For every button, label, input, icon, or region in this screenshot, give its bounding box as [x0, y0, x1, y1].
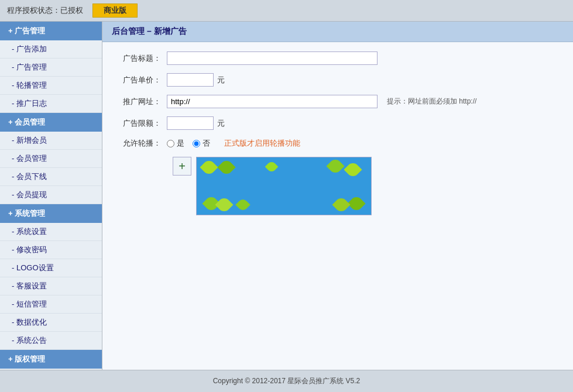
footer: Copyright © 2012-2017 星际会员推广系统 V5.2 — [0, 370, 573, 392]
top-bar: 程序授权状态：已授权 商业版 — [0, 0, 573, 22]
sidebar-item-system-settings[interactable]: - 系统设置 — [0, 223, 102, 241]
footer-text: Copyright © 2012-2017 星际会员推广系统 V5.2 — [213, 377, 361, 385]
sidebar-item-member-withdraw[interactable]: - 会员提现 — [0, 186, 102, 204]
sidebar-item-add-member[interactable]: - 新增会员 — [0, 132, 102, 150]
sidebar-item-member-manage[interactable]: - 会员管理 — [0, 150, 102, 168]
form-area: 广告标题： 广告单价： 元 推广网址： 提示：网址前面必须加 http:// 广… — [102, 42, 573, 225]
sidebar-group-system[interactable]: + 系统管理 — [0, 204, 102, 223]
carousel-radio-yes[interactable]: 是 — [167, 138, 184, 149]
sidebar-item-system-notice[interactable]: - 系统公告 — [0, 332, 102, 350]
ad-limit-input[interactable] — [167, 116, 214, 130]
ad-url-label: 推广网址： — [114, 97, 167, 107]
upload-plus-icon: + — [179, 160, 186, 173]
license-badge: 商业版 — [92, 4, 138, 18]
sidebar-group-copyright[interactable]: + 版权管理 — [0, 350, 102, 369]
sidebar-group-ad[interactable]: + 广告管理 — [0, 22, 102, 40]
upload-area: + — [173, 157, 561, 215]
ad-limit-label: 广告限额： — [114, 118, 167, 129]
image-preview — [196, 157, 372, 215]
carousel-radio-yes-input[interactable] — [167, 140, 174, 147]
form-row-ad-limit: 广告限额： 元 — [114, 116, 561, 130]
page-title: 后台管理 – 新增广告 — [112, 26, 187, 36]
carousel-radio-no[interactable]: 否 — [193, 138, 210, 149]
content-area: 后台管理 – 新增广告 广告标题： 广告单价： 元 推广网址： 提示：网址前面必… — [102, 22, 573, 372]
carousel-no-label: 否 — [203, 138, 210, 149]
ad-price-label: 广告单价： — [114, 75, 167, 85]
form-row-ad-url: 推广网址： 提示：网址前面必须加 http:// — [114, 95, 561, 108]
ad-price-input[interactable] — [167, 73, 214, 87]
ad-limit-unit: 元 — [217, 118, 225, 129]
sidebar-item-logo-settings[interactable]: - LOGO设置 — [0, 259, 102, 277]
ad-title-input[interactable] — [167, 51, 378, 65]
sidebar-item-carousel[interactable]: - 轮播管理 — [0, 77, 102, 95]
sidebar: + 广告管理 - 广告添加 - 广告管理 - 轮播管理 - 推广日志 + 会员管… — [0, 22, 102, 372]
ad-url-input[interactable] — [167, 95, 378, 108]
sidebar-item-promo-log[interactable]: - 推广日志 — [0, 95, 102, 113]
sidebar-item-change-password[interactable]: - 修改密码 — [0, 241, 102, 259]
sidebar-item-member-downline[interactable]: - 会员下线 — [0, 168, 102, 186]
form-row-carousel: 允许轮播： 是 否 正式版才启用轮播功能 — [114, 138, 561, 149]
upload-button[interactable]: + — [173, 157, 191, 176]
form-row-ad-price: 广告单价： 元 — [114, 73, 561, 87]
carousel-radio-no-input[interactable] — [193, 140, 200, 147]
ad-carousel-label: 允许轮播： — [114, 138, 167, 149]
ad-price-unit: 元 — [217, 75, 225, 85]
main-layout: + 广告管理 - 广告添加 - 广告管理 - 轮播管理 - 推广日志 + 会员管… — [0, 22, 573, 372]
sidebar-item-data-optimize[interactable]: - 数据优化 — [0, 314, 102, 332]
ad-title-label: 广告标题： — [114, 53, 167, 64]
page-header: 后台管理 – 新增广告 — [102, 22, 573, 42]
sidebar-group-member[interactable]: + 会员管理 — [0, 113, 102, 132]
sidebar-item-sms-manage[interactable]: - 短信管理 — [0, 295, 102, 314]
form-row-ad-title: 广告标题： — [114, 51, 561, 65]
auth-status: 程序授权状态：已授权 — [7, 5, 83, 16]
sidebar-item-ad-add[interactable]: - 广告添加 — [0, 40, 102, 59]
carousel-yes-label: 是 — [177, 138, 184, 149]
carousel-disabled-note: 正式版才启用轮播功能 — [224, 138, 300, 149]
carousel-radio-group: 是 否 正式版才启用轮播功能 — [167, 138, 300, 149]
ad-url-hint: 提示：网址前面必须加 http:// — [387, 97, 476, 106]
sidebar-item-ad-manage[interactable]: - 广告管理 — [0, 59, 102, 77]
sidebar-item-cs-settings[interactable]: - 客服设置 — [0, 277, 102, 295]
